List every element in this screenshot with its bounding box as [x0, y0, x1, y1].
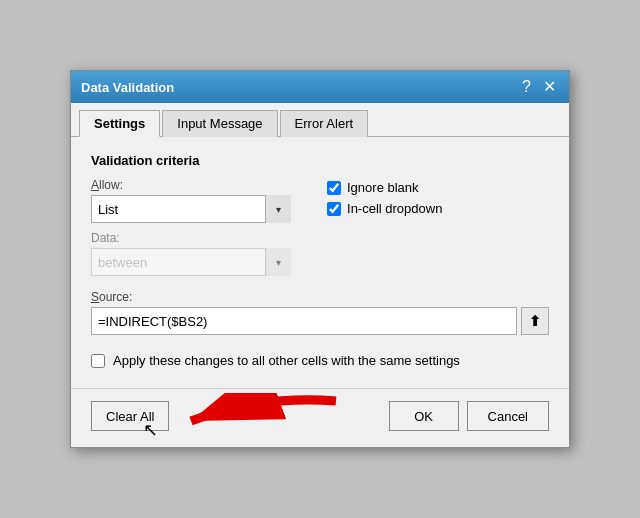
allow-row: Allow: Any value Whole number Decimal Li…: [91, 178, 549, 284]
in-cell-dropdown-row: In-cell dropdown: [327, 201, 549, 216]
allow-left-col: Allow: Any value Whole number Decimal Li…: [91, 178, 311, 284]
tab-input-message-label: Input Message: [177, 116, 262, 131]
ignore-blank-checkbox[interactable]: [327, 181, 341, 195]
help-button[interactable]: ?: [519, 79, 534, 95]
title-bar: Data Validation ? ✕: [71, 71, 569, 103]
dialog-footer: Clear All ↖ OK Cancel: [71, 388, 569, 447]
close-button[interactable]: ✕: [540, 79, 559, 95]
data-select[interactable]: between not between: [91, 248, 291, 276]
ignore-blank-row: Ignore blank: [327, 180, 549, 195]
validation-criteria-title: Validation criteria: [91, 153, 549, 168]
allow-form-row: Allow: Any value Whole number Decimal Li…: [91, 178, 311, 223]
source-input[interactable]: [91, 307, 517, 335]
footer-right: OK Cancel: [389, 401, 549, 431]
source-row: ⬆: [91, 307, 549, 335]
dialog-title: Data Validation: [81, 80, 174, 95]
source-form-row: Source: ⬆: [91, 290, 549, 335]
source-expand-icon: ⬆: [529, 313, 541, 329]
footer-left: Clear All ↖: [91, 401, 169, 431]
tab-settings[interactable]: Settings: [79, 110, 160, 137]
data-label: Data:: [91, 231, 311, 245]
title-bar-controls: ? ✕: [519, 79, 559, 95]
apply-all-checkbox[interactable]: [91, 354, 105, 368]
in-cell-dropdown-label: In-cell dropdown: [347, 201, 442, 216]
cancel-button[interactable]: Cancel: [467, 401, 549, 431]
tab-settings-label: Settings: [94, 116, 145, 131]
tab-error-alert-label: Error Alert: [295, 116, 354, 131]
tab-input-message[interactable]: Input Message: [162, 110, 277, 137]
checkboxes-col: Ignore blank In-cell dropdown: [327, 178, 549, 222]
tab-bar: Settings Input Message Error Alert: [71, 103, 569, 137]
in-cell-dropdown-checkbox[interactable]: [327, 202, 341, 216]
dialog-body: Validation criteria Allow: Any value Who…: [71, 137, 569, 388]
ok-button[interactable]: OK: [389, 401, 459, 431]
data-form-row: Data: between not between ▾: [91, 231, 311, 276]
data-validation-dialog: Data Validation ? ✕ Settings Input Messa…: [70, 70, 570, 448]
clear-all-button[interactable]: Clear All: [91, 401, 169, 431]
source-expand-button[interactable]: ⬆: [521, 307, 549, 335]
allow-select-wrapper: Any value Whole number Decimal List Date…: [91, 195, 291, 223]
tab-error-alert[interactable]: Error Alert: [280, 110, 369, 137]
red-arrow-icon: [181, 393, 341, 443]
data-select-wrapper: between not between ▾: [91, 248, 291, 276]
apply-all-label: Apply these changes to all other cells w…: [113, 353, 460, 368]
source-label: Source:: [91, 290, 549, 304]
apply-row: Apply these changes to all other cells w…: [91, 353, 549, 368]
ignore-blank-label: Ignore blank: [347, 180, 419, 195]
allow-label: Allow:: [91, 178, 311, 192]
allow-select[interactable]: Any value Whole number Decimal List Date…: [91, 195, 291, 223]
